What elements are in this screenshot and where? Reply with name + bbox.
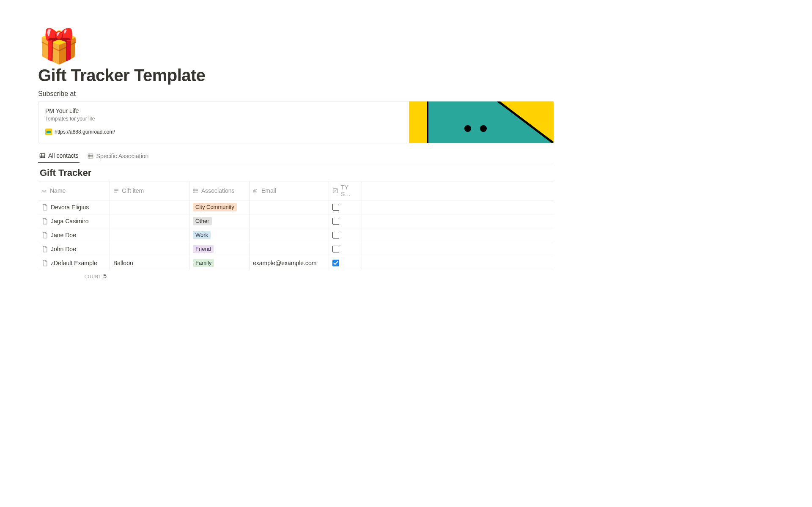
svg-point-14 <box>194 189 195 190</box>
database-table: Aa Name Gift item <box>38 181 554 270</box>
association-tag: Friend <box>193 245 214 253</box>
association-tag: Family <box>193 259 214 267</box>
table-row[interactable]: Jane DoeWork <box>38 228 554 242</box>
ty-sent-checkbox[interactable] <box>332 232 339 238</box>
select-property-icon <box>193 188 199 194</box>
svg-text:Aa: Aa <box>41 189 47 193</box>
cell-name: Jaga Casimiro <box>51 218 88 225</box>
column-label: Name <box>50 187 66 194</box>
table-view-icon <box>87 153 94 159</box>
column-header-associations[interactable]: Associations <box>189 181 250 200</box>
tab-specific-association[interactable]: Specific Association <box>86 150 150 163</box>
tab-label: All contacts <box>48 152 79 159</box>
association-tag: Work <box>193 231 211 239</box>
database-title[interactable]: Gift Tracker <box>40 167 554 178</box>
bookmark-favicon-icon <box>45 129 52 135</box>
table-row[interactable]: John DoeFriend <box>38 242 554 256</box>
page-icon <box>41 260 48 266</box>
page-title[interactable]: Gift Tracker Template <box>38 66 554 85</box>
column-header-name[interactable]: Aa Name <box>38 181 110 200</box>
bookmark-title: PM Your Life <box>45 107 402 114</box>
column-header-empty[interactable] <box>362 181 554 200</box>
svg-point-16 <box>194 190 195 191</box>
table-footer: COUNT 5 <box>38 270 554 280</box>
cell-email: example@example.com <box>253 260 316 266</box>
table-row[interactable]: zDefault ExampleBalloonFamilyexample@exa… <box>38 256 554 270</box>
subtitle-text[interactable]: Subscribe at <box>38 90 554 98</box>
bookmark-url: https://a888.gumroad.com/ <box>55 129 115 135</box>
tab-all-contacts[interactable]: All contacts <box>38 150 80 163</box>
text-property-icon <box>113 188 119 194</box>
association-tag: City Community <box>193 203 237 211</box>
column-label: TY S… <box>341 184 358 197</box>
table-row[interactable]: Jaga CasimiroOther <box>38 214 554 228</box>
page-icon <box>41 232 48 238</box>
ty-sent-checkbox[interactable] <box>332 260 339 266</box>
view-tabs: All contacts Specific Association <box>38 149 554 163</box>
column-header-ty-sent[interactable]: TY S… <box>329 181 362 200</box>
title-property-icon: Aa <box>41 188 47 194</box>
page-emoji-icon[interactable]: 🎁 <box>38 30 554 63</box>
column-label: Gift item <box>122 187 144 194</box>
cell-name: Jane Doe <box>51 232 76 238</box>
cell-name: John Doe <box>51 246 76 252</box>
table-view-icon <box>39 152 46 159</box>
cell-gift-item: Balloon <box>113 260 133 266</box>
table-row[interactable]: Devora EligiusCity Community <box>38 200 554 214</box>
page-icon <box>41 246 48 252</box>
svg-point-18 <box>194 192 195 193</box>
column-header-gift-item[interactable]: Gift item <box>110 181 189 200</box>
row-count[interactable]: COUNT 5 <box>38 273 110 280</box>
ty-sent-checkbox[interactable] <box>332 218 339 225</box>
svg-rect-2 <box>40 153 44 158</box>
column-label: Email <box>261 187 276 194</box>
count-label: COUNT <box>85 274 102 279</box>
ty-sent-checkbox[interactable] <box>332 204 339 211</box>
column-header-email[interactable]: @ Email <box>250 181 329 200</box>
page-icon <box>41 204 48 211</box>
bookmark-thumbnail <box>409 101 554 143</box>
tab-label: Specific Association <box>96 153 149 159</box>
page-icon <box>41 218 48 225</box>
bookmark-card[interactable]: PM Your Life Templates for your life htt… <box>38 101 554 143</box>
svg-rect-6 <box>88 154 93 158</box>
cell-name: Devora Eligius <box>51 204 89 211</box>
association-tag: Other <box>193 217 212 225</box>
svg-text:@: @ <box>253 188 258 193</box>
count-value: 5 <box>103 273 107 280</box>
column-label: Associations <box>201 187 235 194</box>
email-property-icon: @ <box>253 188 259 194</box>
cell-name: zDefault Example <box>51 260 97 266</box>
checkbox-property-icon <box>332 188 338 194</box>
ty-sent-checkbox[interactable] <box>332 246 339 252</box>
bookmark-description: Templates for your life <box>45 116 402 122</box>
